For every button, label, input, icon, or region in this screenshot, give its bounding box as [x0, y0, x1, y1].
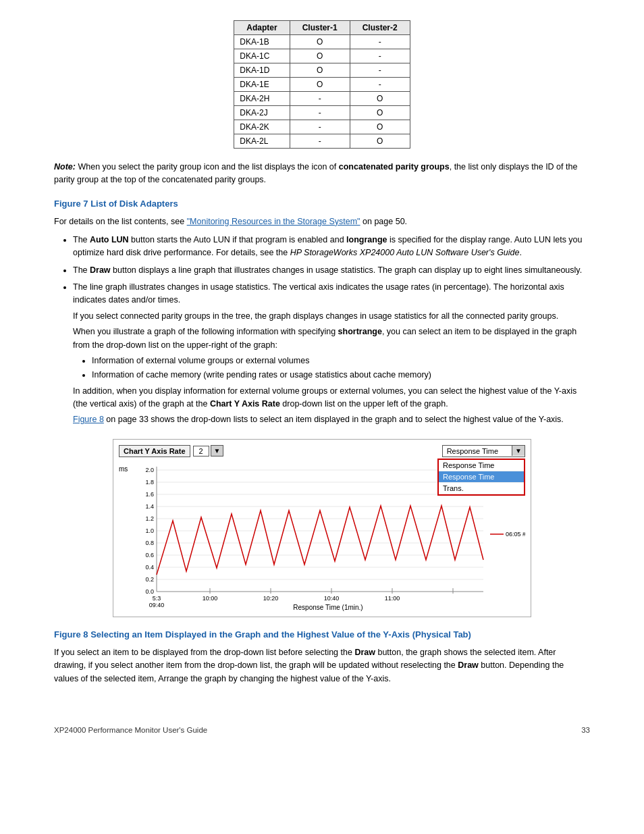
- footer-page-number: 33: [581, 726, 590, 734]
- bullet-line-graph: The line graph illustrates changes in us…: [73, 281, 590, 427]
- bullet-auto-lun: The Auto LUN button starts the Auto LUN …: [73, 234, 590, 260]
- svg-text:0.8: 0.8: [145, 540, 154, 546]
- table-cell-cluster: -: [290, 106, 350, 120]
- table-cell-cluster: -: [350, 49, 410, 63]
- adapter-table: Adapter Cluster-1 Cluster-2 DKA-1BO-DKA-…: [234, 20, 410, 149]
- table-header-cluster2: Cluster-2: [350, 21, 410, 35]
- table-cell-cluster: -: [350, 63, 410, 78]
- chart-y-axis-dropdown-arrow[interactable]: ▼: [211, 445, 224, 457]
- chart-top-bar: Chart Y Axis Rate 2 ▼ Response Time ▼ Re…: [119, 445, 525, 457]
- table-row: DKA-2H-O: [234, 92, 410, 106]
- chart-y-axis-value[interactable]: 2: [193, 446, 209, 457]
- chart-right-dropdown[interactable]: Response Time ▼ Response Time Response T…: [442, 445, 525, 457]
- svg-text:1.4: 1.4: [145, 503, 154, 510]
- svg-text:11:00: 11:00: [385, 595, 400, 602]
- dropdown-item-3[interactable]: Trans.: [439, 483, 524, 494]
- table-cell-adapter: DKA-2K: [234, 120, 290, 134]
- body-after-para1: If you select an item to be displayed fr…: [54, 646, 590, 685]
- svg-text:5:3: 5:3: [153, 595, 161, 602]
- auto-lun-bold: Auto LUN: [90, 235, 129, 244]
- chart-container: Chart Y Axis Rate 2 ▼ Response Time ▼ Re…: [113, 439, 531, 617]
- chart-right-dropdown-main[interactable]: Response Time ▼: [442, 445, 525, 457]
- table-cell-cluster: O: [350, 92, 410, 106]
- svg-text:0.2: 0.2: [145, 576, 154, 583]
- note-label: Note:: [54, 162, 76, 172]
- table-cell-cluster: -: [290, 120, 350, 134]
- table-cell-cluster: -: [290, 92, 350, 106]
- svg-text:1.0: 1.0: [145, 527, 154, 534]
- figure7-heading: Figure 7 List of Disk Adapters: [54, 199, 590, 209]
- sub-bullet-list: Information of external volume groups or…: [92, 355, 590, 382]
- figure8-heading: Figure 8 Selecting an Item Displayed in …: [54, 629, 590, 640]
- table-cell-cluster: O: [350, 106, 410, 120]
- chart-y-axis-rate-control: Chart Y Axis Rate 2 ▼: [119, 445, 223, 457]
- table-cell-cluster: -: [350, 78, 410, 92]
- sub-bullet-1: Information of external volume groups or…: [92, 355, 590, 367]
- bullet-draw: The Draw button displays a line graph th…: [73, 264, 590, 277]
- table-cell-adapter: DKA-1E: [234, 78, 290, 92]
- footer-guide-title: XP24000 Performance Monitor User's Guide: [54, 726, 207, 734]
- svg-text:1.2: 1.2: [145, 515, 154, 522]
- figure8-link[interactable]: Figure 8: [73, 415, 104, 424]
- draw-bold: Draw: [90, 265, 111, 275]
- chart-y-unit-label: ms: [119, 460, 131, 611]
- svg-text:06:05 #: 06:05 #: [506, 531, 525, 538]
- chart-right-dropdown-arrow[interactable]: ▼: [512, 446, 525, 456]
- svg-text:1.6: 1.6: [145, 491, 154, 498]
- monitoring-resources-link[interactable]: "Monitoring Resources in the Storage Sys…: [187, 217, 360, 226]
- svg-text:10:00: 10:00: [203, 595, 218, 602]
- note-bold: concatenated parity groups: [339, 162, 450, 172]
- table-row: DKA-1BO-: [234, 35, 410, 49]
- chart-right-dropdown-value: Response Time: [443, 446, 512, 457]
- chart-y-axis-rate-bold: Chart Y Axis Rate: [210, 399, 280, 409]
- table-cell-adapter: DKA-2L: [234, 134, 290, 149]
- svg-text:10:40: 10:40: [324, 595, 340, 602]
- note-text-1: When you select the parity group icon an…: [78, 162, 338, 172]
- shortrange-bold: shortrange: [338, 327, 382, 336]
- table-cell-cluster: O: [290, 78, 350, 92]
- table-row: DKA-2K-O: [234, 120, 410, 134]
- bullet3-text2: If you select connected parity groups in…: [73, 310, 590, 323]
- draw-bold-3: Draw: [458, 660, 479, 670]
- table-row: DKA-1DO-: [234, 63, 410, 78]
- table-cell-adapter: DKA-1B: [234, 35, 290, 49]
- note-block: Note: When you select the parity group i…: [54, 161, 590, 186]
- svg-text:0.0: 0.0: [145, 588, 154, 595]
- svg-text:0.4: 0.4: [145, 564, 154, 571]
- page-footer: XP24000 Performance Monitor User's Guide…: [54, 726, 590, 734]
- dropdown-item-2[interactable]: Response Time: [439, 471, 524, 483]
- guide-italic: HP StorageWorks XP24000 Auto LUN Softwar…: [290, 248, 520, 257]
- table-cell-cluster: -: [350, 35, 410, 49]
- bullet3-text4: In addition, when you display informatio…: [73, 385, 590, 411]
- table-row: DKA-2J-O: [234, 106, 410, 120]
- longrange-bold: longrange: [346, 235, 387, 244]
- svg-text:10:20: 10:20: [263, 595, 279, 602]
- table-row: DKA-1CO-: [234, 49, 410, 63]
- figure7-bullet-list: The Auto LUN button starts the Auto LUN …: [73, 234, 590, 427]
- table-cell-adapter: DKA-1C: [234, 49, 290, 63]
- table-cell-cluster: O: [350, 120, 410, 134]
- table-cell-cluster: O: [290, 49, 350, 63]
- table-header-cluster1: Cluster-1: [290, 21, 350, 35]
- table-cell-adapter: DKA-1D: [234, 63, 290, 78]
- svg-text:1.8: 1.8: [145, 479, 154, 486]
- table-cell-adapter: DKA-2J: [234, 106, 290, 120]
- table-cell-cluster: O: [290, 35, 350, 49]
- chart-y-axis-rate-label: Chart Y Axis Rate: [119, 445, 190, 457]
- svg-text:0.6: 0.6: [145, 552, 154, 558]
- draw-bold-2: Draw: [354, 648, 375, 657]
- chart-dropdown-open: Response Time Response Time Trans.: [437, 459, 525, 496]
- table-row: DKA-2L-O: [234, 134, 410, 149]
- table-row: DKA-1EO-: [234, 78, 410, 92]
- bullet3-text3: When you illustrate a graph of the follo…: [73, 325, 590, 352]
- bullet3-text1: The line graph illustrates changes in us…: [73, 281, 590, 307]
- table-cell-cluster: O: [350, 134, 410, 149]
- dropdown-item-1[interactable]: Response Time: [439, 460, 524, 471]
- svg-text:09:40: 09:40: [149, 602, 165, 608]
- table-cell-cluster: -: [290, 134, 350, 149]
- figure7-body1: For details on the list contents, see "M…: [54, 215, 590, 228]
- table-cell-cluster: O: [290, 63, 350, 78]
- svg-text:2.0: 2.0: [145, 467, 154, 473]
- table-cell-adapter: DKA-2H: [234, 92, 290, 106]
- sub-bullet-2: Information of cache memory (write pendi…: [92, 369, 590, 382]
